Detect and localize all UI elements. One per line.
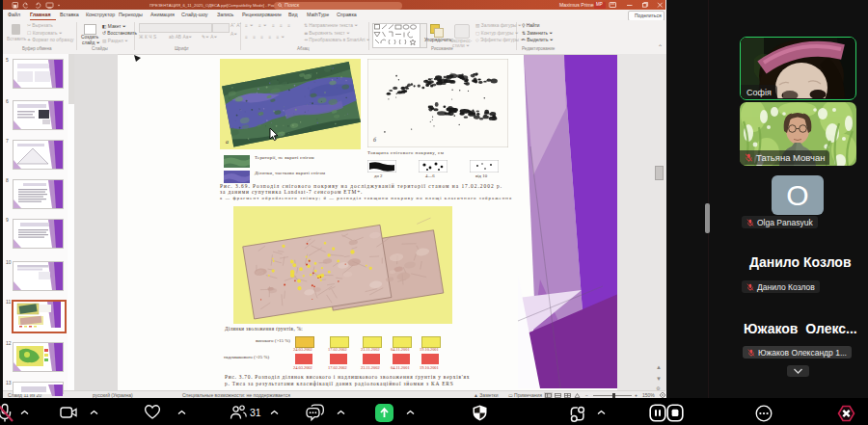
- svg-text:а: а: [226, 139, 229, 145]
